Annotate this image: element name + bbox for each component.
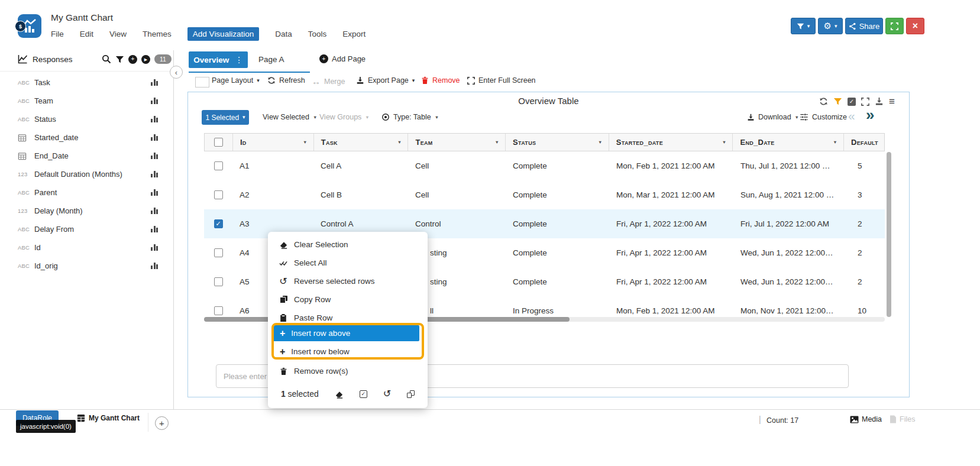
sort-caret-icon[interactable]: ▼ (494, 140, 499, 145)
table-row[interactable]: A1 Cell A Cell Complete Mon, Feb 1, 2021… (204, 151, 885, 180)
bar-chart-icon[interactable] (151, 226, 158, 232)
panel-menu-icon[interactable]: ≡ (889, 96, 895, 106)
field-item-started-date[interactable]: Started_date (0, 128, 173, 147)
menu-edit[interactable]: Edit (80, 30, 93, 38)
menu-item-insert-row-above[interactable]: + Insert row above (273, 325, 419, 341)
row-checkbox[interactable] (214, 277, 223, 286)
row-checkbox[interactable] (214, 190, 223, 199)
field-item-id-orig[interactable]: ABC Id_orig (0, 257, 173, 275)
select-rows-icon[interactable]: ✓ (848, 98, 856, 106)
collapse-sidebar-button[interactable]: ‹ (170, 66, 183, 79)
sort-caret-icon[interactable]: ▼ (722, 140, 727, 145)
filter-icon[interactable] (833, 97, 842, 106)
menu-themes[interactable]: Themes (143, 30, 172, 38)
page-layout-thumbnail[interactable] (195, 77, 209, 88)
copy-icon[interactable] (407, 390, 415, 398)
fullscreen-button[interactable] (885, 18, 904, 34)
bar-chart-icon[interactable] (151, 244, 158, 251)
media-button[interactable]: Media (850, 415, 882, 423)
field-item-default-duration[interactable]: 123 Default Duration (Months) (0, 165, 173, 183)
page-next-chevrons[interactable]: » (866, 106, 874, 124)
table-row[interactable]: A2 Cell B Cell Complete Mon, Mar 1, 2021… (204, 180, 885, 209)
bar-chart-icon[interactable] (151, 98, 158, 104)
share-button[interactable]: Share (845, 18, 883, 34)
field-item-task[interactable]: ABC Task (0, 73, 173, 92)
menu-item-insert-row-below[interactable]: + Insert row below (273, 344, 419, 360)
field-item-end-date[interactable]: End_Date (0, 147, 173, 165)
customize-button[interactable]: Customize (800, 113, 847, 121)
tab-overview[interactable]: Overview ⋮ (189, 51, 248, 68)
sort-caret-icon[interactable]: ▼ (598, 140, 603, 145)
column-header-status[interactable]: Status▼ (506, 134, 609, 151)
column-header-end-date[interactable]: End_Date▼ (733, 134, 844, 151)
menu-file[interactable]: File (51, 30, 64, 38)
gantt-chart-tab[interactable]: My Gantt Chart (77, 414, 140, 422)
add-field-icon[interactable]: + (128, 55, 137, 64)
row-checkbox[interactable] (214, 306, 223, 315)
bar-chart-icon[interactable] (151, 134, 158, 141)
settings-dropdown-button[interactable]: ⚙ ▾ (818, 18, 843, 34)
field-item-status[interactable]: ABC Status (0, 110, 173, 128)
row-checkbox[interactable] (214, 161, 223, 170)
menu-tools[interactable]: Tools (308, 30, 327, 38)
row-checkbox[interactable] (214, 248, 223, 257)
bar-chart-icon[interactable] (151, 189, 158, 196)
page-layout-dropdown[interactable]: Page Layout ▾ (212, 76, 260, 85)
close-button[interactable]: × (906, 18, 924, 34)
filter-dropdown-button[interactable]: ▾ (791, 18, 816, 34)
field-item-parent[interactable]: ABC Parent (0, 183, 173, 202)
menu-add-visualization[interactable]: Add Visualization (187, 27, 259, 41)
column-header-started-date[interactable]: Started_date▼ (609, 134, 733, 151)
field-item-delay[interactable]: 123 Delay (Month) (0, 202, 173, 220)
bar-chart-icon[interactable] (151, 171, 158, 177)
menu-data[interactable]: Data (275, 30, 292, 38)
column-header-default[interactable]: Default (844, 134, 884, 151)
menu-item-paste-row[interactable]: Paste Row (268, 309, 428, 327)
column-header-task[interactable]: Task▼ (314, 134, 409, 151)
sort-caret-icon[interactable]: ▼ (303, 140, 308, 145)
select-all-checkbox[interactable] (205, 134, 233, 151)
row-checkbox-checked[interactable]: ✓ (214, 219, 223, 228)
sort-caret-icon[interactable]: ▼ (397, 140, 402, 145)
history-icon[interactable]: ↺ (383, 389, 391, 399)
maximize-icon[interactable] (861, 98, 869, 106)
tab-menu-dots-icon[interactable]: ⋮ (235, 55, 243, 64)
bar-chart-icon[interactable] (151, 79, 158, 86)
export-page-dropdown[interactable]: Export Page ▾ (356, 76, 415, 85)
column-header-team[interactable]: Team▼ (408, 134, 506, 151)
menu-view[interactable]: View (109, 30, 127, 38)
bar-chart-icon[interactable] (151, 116, 158, 122)
add-sheet-button[interactable]: + (155, 416, 169, 430)
column-header-id[interactable]: Id▼ (233, 134, 314, 151)
refresh-button[interactable]: Refresh (267, 76, 305, 85)
download-dropdown[interactable]: Download ▼ (747, 113, 799, 121)
download-icon[interactable] (875, 97, 884, 106)
type-table-dropdown[interactable]: Type: Table ▼ (381, 113, 439, 121)
menu-item-clear-selection[interactable]: Clear Selection (268, 235, 428, 254)
play-icon[interactable]: ▶ (141, 55, 150, 64)
enter-fullscreen-button[interactable]: Enter Full Screen (467, 76, 536, 85)
selected-count-dropdown[interactable]: 1 Selected ▾ (202, 110, 249, 125)
view-selected-dropdown[interactable]: View Selected ▼ (263, 113, 317, 121)
bar-chart-icon[interactable] (151, 153, 158, 159)
add-page-button[interactable]: + Add Page (319, 54, 366, 63)
search-icon[interactable] (102, 54, 111, 64)
field-item-team[interactable]: ABC Team (0, 92, 173, 110)
eraser-icon[interactable] (335, 390, 344, 399)
bar-chart-icon[interactable] (151, 208, 158, 214)
tab-page-a[interactable]: Page A (258, 55, 284, 64)
remove-button[interactable]: Remove (421, 76, 460, 85)
field-item-delay-from[interactable]: ABC Delay From (0, 220, 173, 238)
menu-item-select-all[interactable]: Select All (268, 254, 428, 272)
menu-export[interactable]: Export (342, 30, 366, 38)
bar-chart-icon[interactable] (151, 263, 158, 269)
select-all-icon[interactable]: ✓ (360, 390, 367, 398)
sort-caret-icon[interactable]: ▼ (833, 140, 837, 145)
menu-item-reverse-selected[interactable]: ↺ Reverse selected rows (268, 272, 428, 290)
menu-item-copy-row[interactable]: Copy Row (268, 290, 428, 309)
filter-icon[interactable] (115, 55, 124, 64)
menu-item-remove-rows[interactable]: Remove row(s) (268, 362, 428, 380)
refresh-icon[interactable] (819, 97, 828, 106)
field-item-id[interactable]: ABC Id (0, 238, 173, 257)
vertical-scrollbar-thumb[interactable] (887, 152, 891, 317)
